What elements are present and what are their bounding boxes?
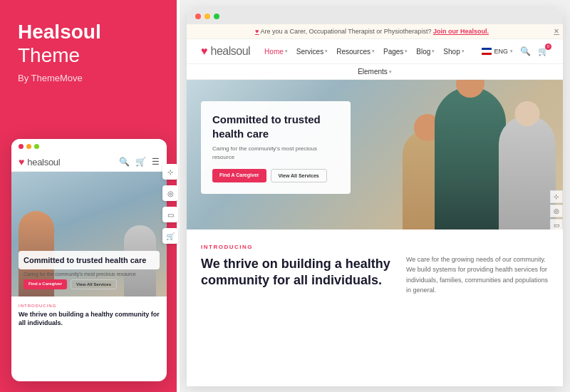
- hero-heading: Committed to trusted health care: [212, 113, 339, 140]
- nav-right-section: ENG ▾ 🔍 🛒: [482, 46, 549, 56]
- flag-icon: [482, 48, 492, 55]
- mobile-logo-text: healsoul: [27, 157, 60, 167]
- search-icon[interactable]: 🔍: [520, 46, 531, 56]
- intro-right: We care for the growing needs of our com…: [406, 244, 549, 296]
- browser-dot-yellow: [204, 14, 210, 19]
- mobile-dot-red: [19, 144, 24, 149]
- tool-icon-3[interactable]: ▭: [162, 207, 178, 222]
- mobile-hero-text: Committed to trusted health care Caring …: [19, 251, 160, 289]
- shop-arrow-icon: ▾: [462, 48, 465, 54]
- mobile-cart-icon[interactable]: 🛒: [135, 157, 146, 167]
- pages-arrow-icon: ▾: [405, 48, 408, 54]
- nav-services[interactable]: Services▾: [296, 48, 328, 56]
- lang-label: ENG: [494, 48, 508, 55]
- desktop-hero: Committed to trusted health care Caring …: [187, 80, 563, 229]
- mobile-hero-sub: Caring for the community's most precious…: [24, 272, 155, 277]
- mobile-find-caregiver-button[interactable]: Find a Caregiver: [24, 279, 67, 289]
- hero-text-box: Committed to trusted health care Caring …: [201, 101, 351, 194]
- mobile-top-bar: [11, 139, 167, 153]
- mobile-preview-card: ♥ healsoul 🔍 🛒 ☰ Committed to trusted he…: [11, 139, 167, 381]
- services-arrow-icon: ▾: [325, 48, 328, 54]
- desktop-logo: ♥ healsoul: [201, 45, 250, 58]
- desktop-heart-icon: ♥: [201, 45, 208, 58]
- lang-arrow-icon: ▾: [510, 48, 513, 54]
- mobile-right-icons: ⊹ ◎ ▭ 🛒: [162, 164, 178, 244]
- notif-link[interactable]: Join our Healsoul.: [433, 28, 489, 35]
- nav-pages[interactable]: Pages▾: [383, 48, 408, 56]
- intro-section: INTRODUCING We thrive on building a heal…: [187, 229, 563, 306]
- cart-icon[interactable]: 🛒: [538, 46, 549, 56]
- desktop-right-icons: ⊹ ◎ ▭ 🛒: [550, 190, 563, 229]
- desktop-tool-icon-1[interactable]: ⊹: [550, 190, 563, 203]
- notif-close-icon[interactable]: ✕: [554, 28, 559, 35]
- mobile-dot-green: [34, 144, 39, 149]
- mobile-hero-heading: Committed to trusted health care: [19, 251, 160, 269]
- nav-elements[interactable]: Elements ▾: [358, 68, 392, 76]
- nav-shop[interactable]: Shop▾: [443, 48, 464, 56]
- notif-heart-icon: ♥: [255, 28, 259, 35]
- nav-language[interactable]: ENG ▾: [482, 48, 513, 55]
- mobile-menu-icon[interactable]: ☰: [152, 157, 160, 167]
- browser-dot-red: [195, 14, 201, 19]
- tool-icon-2[interactable]: ◎: [162, 185, 178, 201]
- mobile-logo: ♥ healsoul: [19, 156, 119, 167]
- find-caregiver-button[interactable]: Find a Caregiver: [212, 169, 266, 182]
- mobile-dot-yellow: [26, 144, 31, 149]
- brand-title: Healsoul Theme: [18, 21, 159, 67]
- brand-by: By ThemeMove: [18, 73, 159, 83]
- nav-links: Home▾ Services▾ Resources▾ Pages▾ Blog▾ …: [264, 48, 482, 56]
- tool-icon-1[interactable]: ⊹: [162, 164, 178, 180]
- mobile-nav-icons: 🔍 🛒 ☰: [119, 157, 160, 167]
- desktop-logo-text: healsoul: [211, 45, 251, 58]
- elements-arrow-icon: ▾: [389, 69, 392, 75]
- notification-bar: ♥ Are you a Carer, Occupational Therapis…: [187, 24, 563, 39]
- resources-arrow-icon: ▾: [372, 48, 375, 54]
- hero-sub: Caring for the community's most precious…: [212, 145, 339, 162]
- tool-icon-4[interactable]: 🛒: [162, 228, 178, 244]
- intro-description: We care for the growing needs of our com…: [406, 254, 549, 296]
- hero-person-center: [435, 87, 506, 229]
- mobile-intro-section: INTRODUCING We thrive on building a heal…: [11, 296, 167, 331]
- hero-buttons: Find a Caregiver View All Services: [212, 169, 339, 182]
- view-all-services-button[interactable]: View All Services: [271, 169, 327, 182]
- blog-arrow-icon: ▾: [432, 48, 435, 54]
- desktop-tool-icon-3[interactable]: ▭: [550, 219, 563, 229]
- intro-left: INTRODUCING We thrive on building a heal…: [201, 244, 392, 296]
- right-panel: ♥ Are you a Carer, Occupational Therapis…: [180, 0, 570, 392]
- mobile-intro-heading: We thrive on building a healthy communit…: [19, 311, 160, 327]
- mobile-search-icon[interactable]: 🔍: [119, 157, 130, 167]
- home-arrow-icon: ▾: [285, 48, 288, 54]
- intro-heading: We thrive on building a healthy communit…: [201, 256, 392, 288]
- hero-person-right: [499, 115, 556, 229]
- left-panel: Healsoul Theme By ThemeMove ♥ healsoul 🔍…: [0, 0, 177, 392]
- browser-top-bar: [187, 9, 563, 24]
- mobile-hero: Committed to trusted health care Caring …: [11, 172, 167, 296]
- nav-resources[interactable]: Resources▾: [336, 48, 375, 56]
- mobile-intro-label: INTRODUCING: [19, 304, 160, 308]
- mobile-nav: ♥ healsoul 🔍 🛒 ☰: [11, 153, 167, 172]
- mobile-hero-buttons: Find a Caregiver View All Services: [24, 279, 155, 289]
- nav-blog[interactable]: Blog▾: [416, 48, 435, 56]
- desktop-browser: ♥ Are you a Carer, Occupational Therapis…: [187, 9, 563, 386]
- mobile-view-services-button[interactable]: View All Services: [71, 279, 117, 289]
- intro-label: INTRODUCING: [201, 244, 392, 250]
- secondary-nav: Elements ▾: [187, 64, 563, 80]
- browser-dot-green: [214, 14, 219, 19]
- desktop-nav: ♥ healsoul Home▾ Services▾ Resources▾ Pa…: [187, 39, 563, 64]
- mobile-heart-icon: ♥: [19, 156, 24, 167]
- nav-home[interactable]: Home▾: [264, 48, 288, 56]
- desktop-tool-icon-2[interactable]: ◎: [550, 205, 563, 217]
